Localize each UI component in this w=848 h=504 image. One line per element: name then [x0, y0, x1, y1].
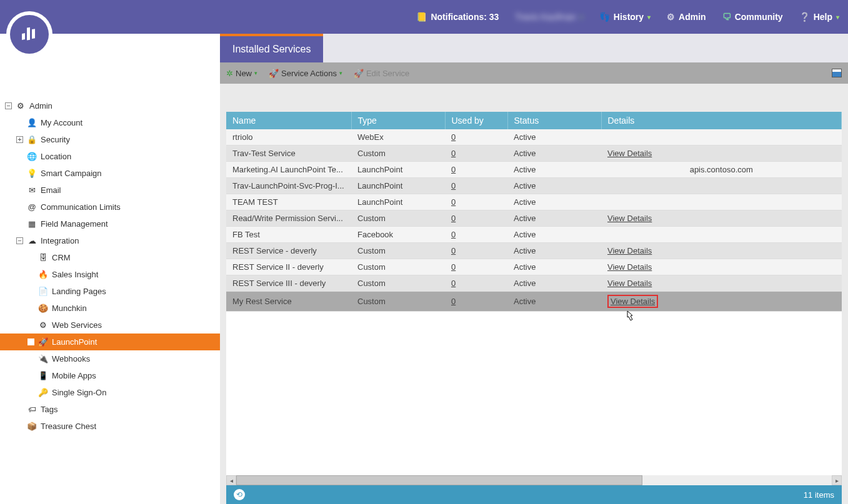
main: ✲ New ▾ 🚀 Service Actions ▾ 🚀 Edit Servi…: [220, 62, 848, 504]
tree-munchkin[interactable]: 🍪Munchkin: [0, 300, 220, 317]
notifications-link[interactable]: 📒 Notifications: 33: [416, 12, 499, 22]
view-details-link[interactable]: View Details: [607, 149, 652, 158]
new-button[interactable]: ✲ New ▾: [226, 69, 257, 78]
mail-icon: ✉: [27, 185, 37, 195]
page-icon: 📄: [38, 287, 48, 296]
tree-landing-pages[interactable]: 📄Landing Pages: [0, 283, 220, 300]
cell-type: Custom: [351, 146, 445, 162]
tree-mobile-apps[interactable]: 📱Mobile Apps: [0, 367, 220, 384]
tree-web-services[interactable]: ⚙Web Services: [0, 317, 220, 334]
scrollbar-thumb[interactable]: [236, 475, 642, 485]
cell-used-by: 0: [445, 129, 507, 146]
tree-location[interactable]: 🌐Location: [0, 148, 220, 165]
view-details-link[interactable]: View Details: [607, 279, 652, 288]
cell-type: LaunchPoint: [351, 162, 445, 178]
view-details-link[interactable]: View Details: [611, 297, 655, 306]
notifications-label: Notifications: 33: [431, 12, 499, 22]
svg-rect-1: [27, 27, 30, 41]
cell-status: Active: [507, 227, 601, 243]
cell-details: View Details: [601, 259, 842, 275]
table-row[interactable]: Trav-LaunchPoint-Svc-Prog-I...LaunchPoin…: [226, 178, 842, 194]
scroll-right-icon[interactable]: ▸: [832, 475, 842, 485]
help-menu[interactable]: ❔ Help ▾: [799, 12, 839, 22]
rocket-icon: 🚀: [38, 337, 48, 347]
tree-sales-insight[interactable]: 🔥Sales Insight: [0, 266, 220, 283]
user-menu[interactable]: Travis Kaufman ▾: [515, 12, 583, 22]
used-by-link[interactable]: 0: [451, 279, 456, 288]
used-by-link[interactable]: 0: [451, 132, 456, 142]
col-type[interactable]: Type: [351, 112, 445, 129]
cell-type: LaunchPoint: [351, 178, 445, 194]
table-row[interactable]: REST Service - deverlyCustom0ActiveView …: [226, 243, 842, 259]
cell-details: [601, 194, 842, 210]
used-by-link[interactable]: 0: [451, 149, 456, 158]
tree-webhooks[interactable]: 🔌Webhooks: [0, 350, 220, 367]
tree-integration[interactable]: −☁Integration: [0, 232, 220, 249]
cell-name: REST Service III - deverly: [226, 275, 351, 292]
used-by-link[interactable]: 0: [451, 246, 456, 255]
col-used-by[interactable]: Used by: [445, 112, 507, 129]
tab-installed-services[interactable]: Installed Services: [220, 34, 323, 62]
used-by-link[interactable]: 0: [451, 297, 456, 306]
used-by-link[interactable]: 0: [451, 214, 456, 223]
tree-communication-limits[interactable]: @Communication Limits: [0, 199, 220, 215]
cell-name: rtriolo: [226, 129, 351, 146]
tree-smart-campaign[interactable]: 💡Smart Campaign: [0, 165, 220, 182]
tree-email[interactable]: ✉Email: [0, 182, 220, 199]
bulb-icon: 💡: [27, 169, 37, 178]
tree-security[interactable]: +🔒Security: [0, 131, 220, 148]
refresh-button[interactable]: ⟲: [234, 489, 245, 500]
cell-used-by: 0: [445, 243, 507, 259]
table-row[interactable]: My Rest ServiceCustom0ActiveView Details: [226, 292, 842, 312]
window-toggle-button[interactable]: [832, 69, 842, 77]
tree-tags[interactable]: 🏷Tags: [0, 401, 220, 418]
table-row[interactable]: TEAM TESTLaunchPoint0Active: [226, 194, 842, 210]
view-details-link[interactable]: View Details: [607, 262, 652, 272]
scroll-left-icon[interactable]: ◂: [226, 475, 236, 485]
table-row[interactable]: REST Service III - deverlyCustom0ActiveV…: [226, 275, 842, 292]
horizontal-scrollbar[interactable]: ◂ ▸: [226, 475, 842, 485]
service-actions-button[interactable]: 🚀 Service Actions ▾: [269, 69, 342, 78]
admin-link[interactable]: ⚙ Admin: [667, 12, 706, 22]
view-details-link[interactable]: View Details: [607, 246, 652, 255]
community-link[interactable]: 🗨 Community: [722, 12, 783, 22]
used-by-link[interactable]: 0: [451, 230, 456, 239]
view-details-link[interactable]: View Details: [607, 214, 652, 223]
topbar: 📒 Notifications: 33 Travis Kaufman ▾ 👣 H…: [0, 0, 848, 34]
tree-single-sign-on[interactable]: 🔑Single Sign-On: [0, 384, 220, 401]
cell-status: Active: [507, 243, 601, 259]
cell-name: REST Service II - deverly: [226, 259, 351, 275]
cell-used-by: 0: [445, 275, 507, 292]
used-by-link[interactable]: 0: [451, 197, 456, 207]
cell-name: Trav-Test Service: [226, 146, 351, 162]
col-status[interactable]: Status: [507, 112, 601, 129]
tree-launchpoint[interactable]: 🚀LaunchPoint: [0, 334, 220, 350]
edit-service-button[interactable]: 🚀 Edit Service: [354, 69, 409, 78]
tree-admin[interactable]: −⚙Admin: [0, 97, 220, 114]
cell-used-by: 0: [445, 146, 507, 162]
tree-field-management[interactable]: ▦Field Management: [0, 215, 220, 232]
col-name[interactable]: Name: [226, 112, 351, 129]
scrollbar-track[interactable]: [236, 475, 832, 485]
used-by-link[interactable]: 0: [451, 262, 456, 272]
tree-crm[interactable]: 🗄CRM: [0, 249, 220, 266]
tree-my-account[interactable]: 👤My Account: [0, 114, 220, 131]
table-row[interactable]: rtrioloWebEx0Active: [226, 129, 842, 146]
logo-wrap: [9, 0, 221, 40]
cell-status: Active: [507, 210, 601, 227]
used-by-link[interactable]: 0: [451, 181, 456, 190]
svg-rect-2: [32, 29, 35, 39]
tree-treasure-chest[interactable]: 📦Treasure Chest: [0, 418, 220, 435]
col-details[interactable]: Details: [601, 112, 842, 129]
table-row[interactable]: Trav-Test ServiceCustom0ActiveView Detai…: [226, 146, 842, 162]
history-menu[interactable]: 👣 History ▾: [599, 12, 651, 22]
table-row[interactable]: Read/Write Permission Servi...Custom0Act…: [226, 210, 842, 227]
used-by-link[interactable]: 0: [451, 165, 456, 174]
cell-details: View Details: [601, 292, 842, 312]
cell-name: My Rest Service: [226, 292, 351, 312]
table-row[interactable]: Marketing.AI LaunchPoint Te...LaunchPoin…: [226, 162, 842, 178]
table-row[interactable]: REST Service II - deverlyCustom0ActiveVi…: [226, 259, 842, 275]
table-row[interactable]: FB TestFacebook0Active: [226, 227, 842, 243]
logo[interactable]: [6, 11, 52, 57]
cell-name: Read/Write Permission Servi...: [226, 210, 351, 227]
